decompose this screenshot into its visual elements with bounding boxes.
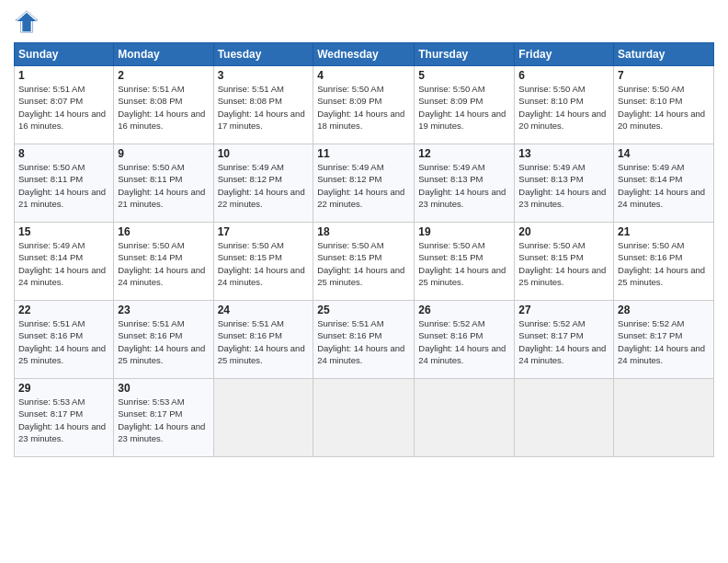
calendar-cell-22: 22 Sunrise: 5:51 AM Sunset: 8:16 PM Dayl…: [15, 301, 114, 379]
calendar-cell-13: 13 Sunrise: 5:49 AM Sunset: 8:13 PM Dayl…: [515, 144, 614, 223]
calendar-cell-21: 21 Sunrise: 5:50 AM Sunset: 8:16 PM Dayl…: [614, 223, 714, 301]
day-info-27: Sunrise: 5:52 AM Sunset: 8:17 PM Dayligh…: [518, 317, 609, 366]
calendar-cell-32: [313, 379, 415, 457]
calendar-cell-28: 28 Sunrise: 5:52 AM Sunset: 8:17 PM Dayl…: [614, 301, 714, 379]
day-number-13: 13: [518, 147, 609, 160]
day-number-19: 19: [418, 225, 510, 238]
day-number-30: 30: [118, 382, 209, 395]
day-number-22: 22: [18, 304, 109, 316]
calendar-cell-1: 1 Sunrise: 5:51 AM Sunset: 8:07 PM Dayli…: [15, 66, 114, 144]
day-info-18: Sunrise: 5:50 AM Sunset: 8:15 PM Dayligh…: [317, 239, 410, 288]
calendar-week-4: 29 Sunrise: 5:53 AM Sunset: 8:17 PM Dayl…: [15, 379, 714, 457]
header: [14, 9, 714, 35]
day-info-3: Sunrise: 5:51 AM Sunset: 8:08 PM Dayligh…: [218, 83, 310, 132]
calendar-cell-30: 30 Sunrise: 5:53 AM Sunset: 8:17 PM Dayl…: [114, 379, 213, 457]
calendar-cell-27: 27 Sunrise: 5:52 AM Sunset: 8:17 PM Dayl…: [515, 301, 614, 379]
col-saturday: Saturday: [614, 43, 714, 66]
col-thursday: Thursday: [415, 43, 515, 66]
day-number-4: 4: [317, 69, 410, 82]
calendar-week-3: 22 Sunrise: 5:51 AM Sunset: 8:16 PM Dayl…: [15, 301, 714, 379]
calendar-cell-18: 18 Sunrise: 5:50 AM Sunset: 8:15 PM Dayl…: [313, 223, 415, 301]
col-monday: Monday: [114, 43, 213, 66]
day-info-4: Sunrise: 5:50 AM Sunset: 8:09 PM Dayligh…: [317, 83, 410, 132]
day-info-1: Sunrise: 5:51 AM Sunset: 8:07 PM Dayligh…: [18, 83, 109, 132]
page: Sunday Monday Tuesday Wednesday Thursday…: [0, 0, 728, 563]
calendar-header-row: Sunday Monday Tuesday Wednesday Thursday…: [15, 43, 714, 66]
day-number-21: 21: [618, 225, 710, 238]
day-number-12: 12: [418, 147, 510, 160]
day-info-25: Sunrise: 5:51 AM Sunset: 8:16 PM Dayligh…: [317, 317, 410, 366]
calendar: Sunday Monday Tuesday Wednesday Thursday…: [14, 42, 714, 457]
day-number-23: 23: [118, 304, 209, 316]
day-number-15: 15: [18, 225, 109, 238]
day-info-26: Sunrise: 5:52 AM Sunset: 8:16 PM Dayligh…: [418, 317, 510, 366]
calendar-cell-7: 7 Sunrise: 5:50 AM Sunset: 8:10 PM Dayli…: [614, 66, 714, 144]
day-number-8: 8: [18, 147, 109, 160]
calendar-cell-29: 29 Sunrise: 5:53 AM Sunset: 8:17 PM Dayl…: [15, 379, 114, 457]
day-number-25: 25: [317, 304, 410, 316]
day-info-28: Sunrise: 5:52 AM Sunset: 8:17 PM Dayligh…: [618, 317, 710, 366]
calendar-cell-10: 10 Sunrise: 5:49 AM Sunset: 8:12 PM Dayl…: [213, 144, 313, 223]
calendar-cell-2: 2 Sunrise: 5:51 AM Sunset: 8:08 PM Dayli…: [114, 66, 213, 144]
svg-marker-0: [17, 13, 37, 32]
day-number-18: 18: [317, 225, 410, 238]
day-number-24: 24: [218, 304, 310, 316]
day-number-20: 20: [518, 225, 609, 238]
day-info-29: Sunrise: 5:53 AM Sunset: 8:17 PM Dayligh…: [18, 396, 109, 444]
day-info-5: Sunrise: 5:50 AM Sunset: 8:09 PM Dayligh…: [418, 83, 510, 132]
calendar-cell-9: 9 Sunrise: 5:50 AM Sunset: 8:11 PM Dayli…: [114, 144, 213, 223]
day-number-14: 14: [618, 147, 710, 160]
day-number-28: 28: [618, 304, 710, 316]
day-number-11: 11: [317, 147, 410, 160]
day-number-17: 17: [218, 225, 310, 238]
day-info-15: Sunrise: 5:49 AM Sunset: 8:14 PM Dayligh…: [18, 239, 109, 288]
day-info-13: Sunrise: 5:49 AM Sunset: 8:13 PM Dayligh…: [518, 161, 609, 210]
day-number-1: 1: [18, 69, 109, 82]
day-info-10: Sunrise: 5:49 AM Sunset: 8:12 PM Dayligh…: [218, 161, 310, 210]
day-number-29: 29: [18, 382, 109, 395]
col-tuesday: Tuesday: [213, 43, 313, 66]
calendar-cell-4: 4 Sunrise: 5:50 AM Sunset: 8:09 PM Dayli…: [313, 66, 415, 144]
day-number-27: 27: [518, 304, 609, 316]
day-info-21: Sunrise: 5:50 AM Sunset: 8:16 PM Dayligh…: [618, 239, 710, 288]
col-sunday: Sunday: [15, 43, 114, 66]
day-info-2: Sunrise: 5:51 AM Sunset: 8:08 PM Dayligh…: [118, 83, 209, 132]
calendar-cell-5: 5 Sunrise: 5:50 AM Sunset: 8:09 PM Dayli…: [415, 66, 515, 144]
day-number-6: 6: [518, 69, 609, 82]
day-number-2: 2: [118, 69, 209, 82]
calendar-cell-6: 6 Sunrise: 5:50 AM Sunset: 8:10 PM Dayli…: [515, 66, 614, 144]
day-info-12: Sunrise: 5:49 AM Sunset: 8:13 PM Dayligh…: [418, 161, 510, 210]
day-info-20: Sunrise: 5:50 AM Sunset: 8:15 PM Dayligh…: [518, 239, 609, 288]
col-wednesday: Wednesday: [313, 43, 415, 66]
calendar-week-2: 15 Sunrise: 5:49 AM Sunset: 8:14 PM Dayl…: [15, 223, 714, 301]
logo-icon: [14, 9, 40, 35]
calendar-cell-23: 23 Sunrise: 5:51 AM Sunset: 8:16 PM Dayl…: [114, 301, 213, 379]
day-number-3: 3: [218, 69, 310, 82]
day-number-7: 7: [618, 69, 710, 82]
calendar-cell-26: 26 Sunrise: 5:52 AM Sunset: 8:16 PM Dayl…: [415, 301, 515, 379]
col-friday: Friday: [515, 43, 614, 66]
day-info-23: Sunrise: 5:51 AM Sunset: 8:16 PM Dayligh…: [118, 317, 209, 366]
calendar-cell-34: [515, 379, 614, 457]
day-info-22: Sunrise: 5:51 AM Sunset: 8:16 PM Dayligh…: [18, 317, 109, 366]
calendar-cell-3: 3 Sunrise: 5:51 AM Sunset: 8:08 PM Dayli…: [213, 66, 313, 144]
day-number-26: 26: [418, 304, 510, 316]
day-number-9: 9: [118, 147, 209, 160]
calendar-cell-17: 17 Sunrise: 5:50 AM Sunset: 8:15 PM Dayl…: [213, 223, 313, 301]
calendar-cell-11: 11 Sunrise: 5:49 AM Sunset: 8:12 PM Dayl…: [313, 144, 415, 223]
calendar-cell-20: 20 Sunrise: 5:50 AM Sunset: 8:15 PM Dayl…: [515, 223, 614, 301]
calendar-cell-33: [415, 379, 515, 457]
day-info-16: Sunrise: 5:50 AM Sunset: 8:14 PM Dayligh…: [118, 239, 209, 288]
calendar-cell-15: 15 Sunrise: 5:49 AM Sunset: 8:14 PM Dayl…: [15, 223, 114, 301]
calendar-cell-16: 16 Sunrise: 5:50 AM Sunset: 8:14 PM Dayl…: [114, 223, 213, 301]
calendar-cell-8: 8 Sunrise: 5:50 AM Sunset: 8:11 PM Dayli…: [15, 144, 114, 223]
day-info-14: Sunrise: 5:49 AM Sunset: 8:14 PM Dayligh…: [618, 161, 710, 210]
day-info-30: Sunrise: 5:53 AM Sunset: 8:17 PM Dayligh…: [118, 396, 209, 444]
day-info-6: Sunrise: 5:50 AM Sunset: 8:10 PM Dayligh…: [518, 83, 609, 132]
calendar-cell-24: 24 Sunrise: 5:51 AM Sunset: 8:16 PM Dayl…: [213, 301, 313, 379]
calendar-cell-14: 14 Sunrise: 5:49 AM Sunset: 8:14 PM Dayl…: [614, 144, 714, 223]
calendar-cell-35: [614, 379, 714, 457]
day-number-16: 16: [118, 225, 209, 238]
day-info-7: Sunrise: 5:50 AM Sunset: 8:10 PM Dayligh…: [618, 83, 710, 132]
logo: [14, 9, 43, 35]
